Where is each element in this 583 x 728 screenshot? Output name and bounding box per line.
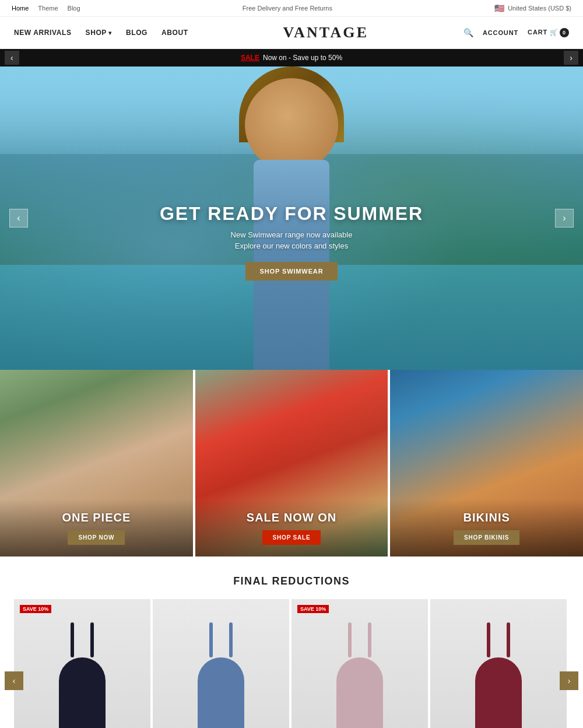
product-image-1: [14, 599, 150, 728]
hero-subtitle2: Explore our new colors and styles: [160, 242, 423, 250]
top-bar-link-blog[interactable]: Blog: [68, 5, 80, 12]
hero-face: [245, 78, 338, 172]
flag-icon: 🇺🇸: [494, 4, 504, 13]
top-bar: Home Theme Blog Free Delivery and Free R…: [0, 0, 583, 17]
sale-banner: ‹ SALE Now on - Save up to 50% ›: [0, 49, 583, 66]
product-card-1[interactable]: SAVE 10%: [14, 599, 153, 728]
swimsuit-4: [475, 634, 522, 728]
nav-links-left: NEW ARRIVALS SHOP BLOG ABOUT: [14, 29, 188, 37]
cat-title-2: SALE NOW ON: [207, 511, 377, 524]
hero-content: GET READY FOR SUMMER New Swimwear range …: [160, 203, 423, 281]
hero-nav-left[interactable]: ‹: [9, 209, 28, 228]
swimsuit-3: [336, 634, 383, 728]
hero-cta-button[interactable]: SHOP SWIMWEAR: [245, 262, 337, 281]
nav-shop[interactable]: SHOP: [86, 29, 112, 37]
hero-subtitle1: New Swimwear range now available: [160, 230, 423, 239]
cat-btn-1[interactable]: SHOP NOW: [68, 530, 125, 545]
product-image-2: [153, 599, 289, 728]
hero-section: ‹ GET READY FOR SUMMER New Swimwear rang…: [0, 66, 583, 370]
nav-blog[interactable]: BLOG: [126, 29, 147, 37]
cart-count: 0: [560, 28, 569, 37]
cat-overlay-1: ONE PIECE SHOP NOW: [0, 499, 193, 556]
cat-btn-2[interactable]: SHOP SALE: [262, 530, 321, 545]
products-row: ‹ SAVE 10% SAVE: [14, 599, 569, 728]
top-bar-links: Home Theme Blog: [12, 5, 80, 12]
banner-arrow-right[interactable]: ›: [564, 51, 578, 65]
swimsuit-2: [198, 634, 244, 728]
product-card-3[interactable]: SAVE 10%: [292, 599, 430, 728]
sale-label: SALE: [241, 54, 259, 62]
product-card-4[interactable]: [430, 599, 569, 728]
cat-title-1: ONE PIECE: [12, 511, 181, 524]
product-image-4: [430, 599, 567, 728]
hero-title: GET READY FOR SUMMER: [160, 203, 423, 225]
section-title-final-reductions: FINAL REDUCTIONS: [14, 575, 569, 587]
top-bar-promo: Free Delivery and Free Returns: [243, 5, 332, 12]
category-one-piece[interactable]: ONE PIECE SHOP NOW: [0, 370, 195, 556]
sale-banner-text: Now on - Save up to 50%: [263, 54, 342, 62]
swimsuit-1: [59, 634, 106, 728]
save-badge-1: SAVE 10%: [20, 605, 51, 613]
products-carousel-left[interactable]: ‹: [5, 671, 23, 690]
product-image-3: [292, 599, 428, 728]
top-bar-region[interactable]: 🇺🇸 United States (USD $): [494, 4, 571, 13]
cat-btn-3[interactable]: SHOP BIKINIS: [454, 530, 519, 545]
search-icon[interactable]: 🔍: [463, 28, 473, 37]
save-badge-3: SAVE 10%: [297, 605, 329, 613]
final-reductions-section: FINAL REDUCTIONS ‹ SAVE 10%: [0, 556, 583, 728]
hero-nav-right[interactable]: ›: [555, 209, 574, 228]
banner-arrow-left[interactable]: ‹: [5, 51, 19, 65]
site-logo[interactable]: VANTAGE: [283, 24, 369, 41]
top-bar-link-home[interactable]: Home: [12, 5, 29, 12]
products-carousel-right[interactable]: ›: [560, 671, 578, 690]
cat-title-3: BIKINIS: [402, 511, 571, 524]
nav-account[interactable]: ACCOUNT: [483, 29, 518, 36]
category-sale[interactable]: SALE NOW ON SHOP SALE: [195, 370, 391, 556]
main-nav: NEW ARRIVALS SHOP BLOG ABOUT VANTAGE 🔍 A…: [0, 17, 583, 49]
cat-overlay-3: BIKINIS SHOP BIKINIS: [390, 499, 583, 556]
category-grid: ONE PIECE SHOP NOW SALE NOW ON SHOP SALE…: [0, 370, 583, 556]
region-label: United States (USD $): [508, 5, 571, 12]
product-card-2[interactable]: [153, 599, 292, 728]
nav-links-right: 🔍 ACCOUNT CART 🛒0: [463, 28, 569, 37]
nav-new-arrivals[interactable]: NEW ARRIVALS: [14, 29, 72, 37]
top-bar-link-theme[interactable]: Theme: [38, 5, 58, 12]
nav-about[interactable]: ABOUT: [161, 29, 188, 37]
category-bikinis[interactable]: BIKINIS SHOP BIKINIS: [390, 370, 583, 556]
nav-cart[interactable]: CART 🛒0: [528, 28, 569, 37]
cat-overlay-2: SALE NOW ON SHOP SALE: [195, 499, 388, 556]
